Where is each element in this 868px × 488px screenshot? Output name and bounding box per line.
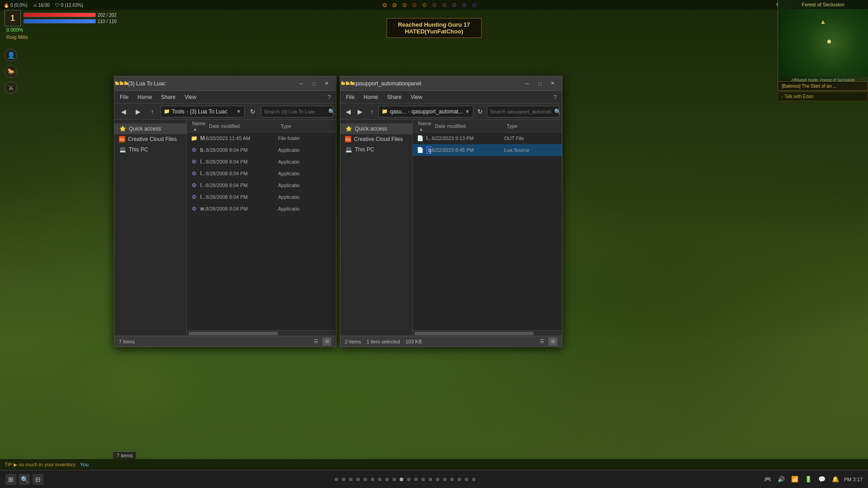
taskbar-battery-icon[interactable]: 🔋 — [803, 474, 813, 484]
help-btn-2[interactable]: ? — [550, 92, 560, 102]
table-row[interactable]: ⚙ lua51.dll 8/28/2008 8:04 PM Applicatio — [187, 179, 336, 191]
sidebar-item-quick-access-1[interactable]: ⭐ Quick access — [114, 123, 186, 134]
hud-stat-1: 🔥 0 (0.0%) — [4, 3, 28, 8]
list-view-btn-2[interactable]: ☰ — [538, 338, 547, 346]
folder-icon-address: 📁 — [164, 108, 170, 114]
dot-2 — [342, 478, 345, 481]
map-arrow-n: ▲ — [820, 18, 826, 25]
back-btn-1[interactable]: ◀ — [117, 106, 130, 117]
up-btn-1[interactable]: ↑ — [146, 106, 159, 117]
menu-view-1[interactable]: View — [181, 93, 200, 101]
sidebar-item-pc-1[interactable]: 💻 This PC — [114, 144, 186, 155]
dot-7 — [378, 478, 382, 481]
help-btn-1[interactable]: ? — [324, 92, 334, 102]
exe-icon-1: ⚙ — [190, 146, 198, 154]
col-name-1[interactable]: Name ▲ — [190, 121, 207, 131]
menu-share-2[interactable]: Share — [383, 93, 405, 101]
breadcrumb-2: qasu... › qasupport_automat... — [390, 108, 462, 115]
close-btn-1[interactable]: ✕ — [321, 79, 332, 88]
items-count-1: 7 items — [119, 339, 135, 344]
menu-home-2[interactable]: Home — [360, 93, 382, 101]
search-box-1[interactable]: 🔍 — [261, 106, 333, 117]
file-list-1: 📁 Microsoft.VC80.CRT 6/20/2023 11:45 AM … — [187, 132, 336, 330]
taskbar-chat-icon[interactable]: 💬 — [817, 474, 827, 484]
table-row[interactable]: ⚙ lua5.1.exe 8/28/2008 8:04 PM Applicati… — [187, 168, 336, 179]
search-input-1[interactable] — [264, 109, 326, 114]
forward-btn-2[interactable]: ▶ — [355, 106, 365, 117]
maximize-btn-1[interactable]: □ — [308, 79, 320, 88]
table-row[interactable]: ⚙ lua5.1.dll 8/28/2008 8:04 PM Applicati… — [187, 156, 336, 168]
window-2-controls[interactable]: ─ □ ✕ — [521, 79, 558, 88]
up-btn-2[interactable]: ↑ — [367, 106, 377, 117]
address-bar-2[interactable]: 📁 qasu... › qasupport_automat... ▼ — [378, 106, 473, 117]
table-row[interactable]: 📄 6/22/2023 8:45 PM Lua Source — [413, 144, 562, 156]
hscroll-2[interactable] — [413, 330, 562, 336]
back-btn-2[interactable]: ◀ — [343, 106, 353, 117]
col-type-1[interactable]: Type — [278, 123, 332, 129]
hscroll-thumb-2[interactable] — [415, 332, 534, 335]
address-bar-1[interactable]: 📁 Tools › (3) Lua To Luac ▼ — [160, 106, 245, 117]
cc-icon-1: Cc — [119, 136, 125, 142]
menu-view-2[interactable]: View — [407, 93, 426, 101]
refresh-btn-1[interactable]: ↻ — [246, 106, 259, 117]
notification-banner: Reached Hunting Guru 17 HATED(YunFatChoo… — [387, 18, 481, 38]
table-row[interactable]: 📁 Microsoft.VC80.CRT 6/20/2023 11:45 AM … — [187, 132, 336, 144]
notification-line1: Reached Hunting Guru 17 — [398, 21, 470, 28]
items-label: 7 items — [113, 451, 136, 459]
hud-stat-3: 🛡 0 (12.63%) — [55, 3, 83, 8]
col-name-2[interactable]: Name ▲ — [416, 121, 433, 131]
file-list-2: 📄 luac.out 6/22/2023 9:13 PM OUT File 📄 … — [413, 132, 562, 330]
task-view[interactable]: ⊟ — [33, 474, 43, 485]
window-2-body: ⭐ Quick access Cc Creative Cloud Files 💻… — [340, 120, 562, 336]
map-marker — [827, 40, 831, 43]
col-date-1[interactable]: Date modified — [207, 123, 278, 129]
sidebar-item-cc-1[interactable]: Cc Creative Cloud Files — [114, 134, 186, 144]
table-row[interactable]: ⚙ wlua5.1.exe 8/28/2008 8:04 PM Applicat… — [187, 203, 336, 215]
taskbar-search[interactable]: 🔍 — [19, 474, 30, 485]
maximize-btn-2[interactable]: □ — [534, 79, 546, 88]
hscroll-thumb-1[interactable] — [189, 332, 278, 335]
sidebar-item-quick-access-2[interactable]: ⭐ Quick access — [340, 123, 412, 134]
search-input-2[interactable] — [490, 109, 552, 114]
lua-file-icon: 📄 — [416, 146, 424, 154]
dot-4 — [356, 478, 360, 481]
taskbar: ⊞ 🔍 ⊟ 🎮 🔊 📶 🔋 💬 🔔 PM 3:17 — [0, 470, 868, 488]
window-2-titlebar: qasupport_automationpanel ─ □ ✕ — [340, 76, 562, 91]
search-box-2[interactable]: 🔍 — [487, 106, 559, 117]
menu-file-1[interactable]: File — [116, 93, 132, 101]
dot-13 — [421, 478, 425, 481]
menu-share-1[interactable]: Share — [157, 93, 179, 101]
minimize-btn-2[interactable]: ─ — [521, 79, 533, 88]
taskbar-volume-icon[interactable]: 🔊 — [776, 474, 786, 484]
menu-file-2[interactable]: File — [342, 93, 358, 101]
taskbar-bell-icon[interactable]: 🔔 — [830, 474, 840, 484]
table-row[interactable]: ⚙ luac5.1.exe 8/28/2008 8:04 PM Applicat… — [187, 191, 336, 203]
close-btn-2[interactable]: ✕ — [547, 79, 558, 88]
detail-view-btn-1[interactable]: ⊞ — [322, 338, 331, 346]
taskbar-game-icon[interactable]: 🎮 — [763, 474, 773, 484]
hscroll-1[interactable] — [187, 330, 336, 336]
detail-view-btn-2[interactable]: ⊞ — [548, 338, 557, 346]
start-button[interactable]: ⊞ — [5, 474, 16, 485]
rename-input-lua[interactable] — [426, 146, 432, 154]
sidebar-item-pc-2[interactable]: 💻 This PC — [340, 144, 412, 155]
list-view-btn-1[interactable]: ☰ — [311, 338, 321, 346]
forward-btn-1[interactable]: ▶ — [132, 106, 144, 117]
window-1-controls[interactable]: ─ □ ✕ — [295, 79, 332, 88]
notification-area: 🎮 🔊 📶 🔋 💬 🔔 PM 3:17 — [763, 474, 866, 484]
table-row[interactable]: ⚙ bin2c5.1.exe 8/28/2008 8:04 PM Applica… — [187, 144, 336, 156]
table-row[interactable]: 📄 luac.out 6/22/2023 9:13 PM OUT File — [413, 132, 562, 144]
dropdown-arrow-2[interactable]: ▼ — [465, 108, 470, 115]
menu-home-1[interactable]: Home — [134, 93, 156, 101]
sidebar-item-cc-2[interactable]: Cc Creative Cloud Files — [340, 134, 412, 144]
file-list-area-2: Name ▲ Date modified Type 📄 luac.out — [413, 120, 562, 336]
dot-10 — [400, 478, 403, 481]
col-date-2[interactable]: Date modified — [433, 123, 505, 129]
refresh-btn-2[interactable]: ↻ — [475, 106, 485, 117]
dropdown-arrow-1[interactable]: ▼ — [236, 108, 241, 115]
minimize-btn-1[interactable]: ─ — [295, 79, 307, 88]
col-type-2[interactable]: Type — [505, 123, 558, 129]
tip-prefix: TIP ▶ — [5, 462, 17, 468]
taskbar-network-icon[interactable]: 📶 — [790, 474, 800, 484]
dot-8 — [385, 478, 389, 481]
